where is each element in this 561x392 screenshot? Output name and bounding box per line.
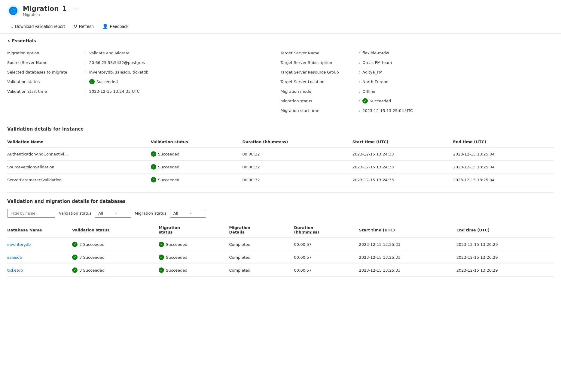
validation-status-dropdown-value: All: [98, 211, 103, 216]
col-header-duration: Duration(hh:mm:ss): [294, 222, 359, 238]
essentials-field-label: Target Server Location: [281, 80, 359, 84]
essentials-row: Target Server Subscription : Orcas PM te…: [281, 58, 554, 67]
essentials-label: Essentials: [12, 38, 36, 43]
essentials-grid: Migration option : Validate and Migrate …: [7, 48, 554, 115]
db-name-link[interactable]: inventorydb: [7, 242, 31, 247]
table-row: inventorydb ✓ 3 Succeeded ✓ Succeeded Co…: [7, 238, 554, 251]
essentials-field-label: Validation status: [7, 80, 85, 84]
cell-migration-status: ✓ Succeeded: [159, 264, 229, 277]
success-icon: ✓: [159, 267, 164, 273]
col-header-validation-name: Validation Name: [7, 137, 151, 147]
col-header-validation-status: Validation status: [72, 222, 159, 238]
cell-start-time: 2023-12-15 13:25:33: [359, 238, 456, 251]
cell-end-time: 2023-12-15 13:26:29: [456, 264, 554, 277]
validation-instance-title: Validation details for instance: [7, 126, 554, 132]
cell-validation-status: ✓ Succeeded: [151, 173, 242, 186]
cell-db-name[interactable]: salesdb: [7, 251, 72, 264]
success-icon: ✓: [362, 98, 368, 104]
cell-validation-name: SourceVersionValidation: [7, 161, 151, 173]
col-header-duration: Duration (hh:mm:ss): [242, 137, 352, 147]
essentials-field-value: Offline: [362, 89, 375, 94]
essentials-header[interactable]: ∧ Essentials: [7, 38, 554, 43]
cell-duration: 00:00:57: [294, 238, 359, 251]
feedback-button[interactable]: 👤 Feedback: [99, 22, 132, 31]
essentials-left: Migration option : Validate and Migrate …: [7, 48, 281, 115]
col-header-start-time: Start time (UTC): [359, 222, 456, 238]
col-header-db-name: Database Name: [7, 222, 72, 238]
download-button[interactable]: ↓ Download validation report: [7, 22, 69, 31]
cell-duration: 00:00:57: [294, 264, 359, 277]
migration-status-filter-label: Migration status: [135, 211, 166, 216]
essentials-field-label: Target Server Name: [281, 51, 359, 55]
success-icon: ✓: [72, 255, 78, 260]
essentials-section: ∧ Essentials Migration option : Validate…: [0, 34, 561, 120]
more-options-icon[interactable]: ···: [72, 6, 79, 12]
migration-status-dropdown-value: All: [173, 211, 178, 216]
filter-by-name-input[interactable]: [7, 209, 55, 218]
col-header-migration-details: MigrationDetails: [229, 222, 294, 238]
cell-validation-status: ✓ Succeeded: [151, 161, 242, 173]
page-header: 🌐 Migration_1 ··· Migration: [0, 0, 561, 19]
svg-text:🌐: 🌐: [10, 8, 16, 14]
essentials-row: Migration option : Validate and Migrate: [7, 48, 281, 58]
success-icon: ✓: [151, 151, 156, 157]
success-icon: ✓: [151, 177, 156, 182]
refresh-button[interactable]: ↻ Refresh: [70, 22, 97, 31]
cell-validation-name: ServerParametersValidation: [7, 173, 151, 186]
db-name-link[interactable]: salesdb: [7, 255, 22, 260]
essentials-field-value: Validate and Migrate: [89, 51, 130, 55]
table-row: AuthenticationAndConnectivi... ✓ Succeed…: [7, 147, 554, 161]
essentials-field-value: Orcas PM team: [362, 60, 392, 65]
toolbar: ↓ Download validation report ↻ Refresh 👤…: [0, 19, 561, 34]
validation-status-dropdown[interactable]: All ▾: [95, 209, 131, 218]
table-row: ServerParametersValidation ✓ Succeeded 0…: [7, 173, 554, 186]
essentials-field-label: Validation start time: [7, 89, 85, 94]
essentials-field-value: 20.66.25.58:5432@postgres: [89, 60, 145, 65]
essentials-field-label: Migration start time: [281, 108, 359, 113]
cell-duration: 00:00:32: [242, 173, 352, 186]
cell-db-name[interactable]: inventorydb: [7, 238, 72, 251]
success-icon: ✓: [72, 242, 78, 247]
essentials-row: Migration mode : Offline: [281, 86, 554, 96]
cell-validation-status: ✓ 3 Succeeded: [72, 251, 159, 264]
essentials-field-value: ✓ Succeeded: [89, 79, 118, 84]
cell-duration: 00:00:32: [242, 161, 352, 173]
cell-db-name[interactable]: ticketdb: [7, 264, 72, 277]
col-header-end-time: End time (UTC): [453, 137, 554, 147]
essentials-field-label: Migration mode: [281, 89, 359, 94]
essentials-row: Migration start time : 2023-12-15 13:25:…: [281, 106, 554, 115]
col-header-end-time: End time (UTC): [456, 222, 554, 238]
validation-instance-section: Validation details for instance Validati…: [0, 120, 561, 192]
migration-status-dropdown[interactable]: All ▾: [170, 209, 206, 218]
success-icon: ✓: [72, 267, 78, 273]
table-row: SourceVersionValidation ✓ Succeeded 00:0…: [7, 161, 554, 173]
essentials-row: Selected databases to migrate : inventor…: [7, 67, 281, 77]
validation-instance-table: Validation Name Validation status Durati…: [7, 137, 554, 186]
essentials-row: Target Server Location : North Europe: [281, 77, 554, 86]
essentials-field-value: North Europe: [362, 80, 388, 84]
migration-icon: 🌐: [7, 5, 19, 17]
cell-end-time: 2023-12-15 13:25:04: [453, 173, 554, 186]
essentials-row: Target Server Resource Group : Aditya_PM: [281, 67, 554, 77]
essentials-field-value: flexible-mrdw: [362, 51, 389, 55]
table-row: ticketdb ✓ 3 Succeeded ✓ Succeeded Compl…: [7, 264, 554, 277]
cell-validation-status: ✓ 3 Succeeded: [72, 264, 159, 277]
table-header-row: Validation Name Validation status Durati…: [7, 137, 554, 147]
cell-start-time: 2023-12-15 13:24:33: [352, 161, 453, 173]
title-block: Migration_1 ··· Migration: [23, 5, 79, 17]
databases-table: Database Name Validation status Migratio…: [7, 222, 554, 277]
page-subtitle: Migration: [23, 13, 79, 17]
col-header-migration-status: Migrationstatus: [159, 222, 229, 238]
db-name-link[interactable]: ticketdb: [7, 268, 23, 273]
cell-validation-status: ✓ Succeeded: [151, 147, 242, 161]
cell-end-time: 2023-12-15 13:25:04: [453, 147, 554, 161]
download-icon: ↓: [11, 24, 13, 29]
essentials-field-label: Target Server Resource Group: [281, 70, 359, 74]
success-icon: ✓: [89, 79, 95, 84]
essentials-field-label: Target Server Subscription: [281, 60, 359, 65]
cell-duration: 00:00:57: [294, 251, 359, 264]
cell-migration-status: ✓ Succeeded: [159, 238, 229, 251]
col-header-start-time: Start time (UTC): [352, 137, 453, 147]
essentials-field-value: 2023-12-15 13:24:33 UTC: [89, 89, 140, 94]
cell-start-time: 2023-12-15 13:25:33: [359, 251, 456, 264]
